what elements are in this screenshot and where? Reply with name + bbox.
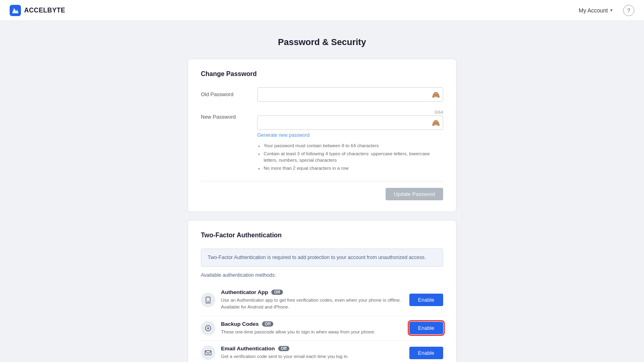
eye-off-icon: 🙈 <box>432 91 440 99</box>
email-auth-enable-button[interactable]: Enable <box>409 347 443 359</box>
new-password-input-wrap: 0/64 🙈 Generate new password Your passwo… <box>257 110 443 173</box>
email-auth-title-row: Email AuthenticationOff <box>221 346 404 352</box>
help-button[interactable]: ? <box>623 5 634 16</box>
old-password-container: 🙈 <box>257 87 443 102</box>
backup-codes-description: These one-time passcode allow you to sig… <box>221 329 404 335</box>
backup-codes-title-row: Backup CodesOff <box>221 321 404 327</box>
twofa-info-box: Two-Factor Authentication is required to… <box>201 249 443 267</box>
authenticator-app-status-badge: Off <box>271 290 283 295</box>
email-auth-status-badge: Off <box>278 346 289 351</box>
old-password-input[interactable] <box>257 87 443 102</box>
header: ACCELBYTE My Account ▼ ? <box>0 0 644 21</box>
new-password-toggle-btn[interactable]: 🙈 <box>432 119 440 127</box>
auth-method-row-backup-codes: Backup CodesOffThese one-time passcode a… <box>201 316 443 341</box>
authenticator-app-enable-button[interactable]: Enable <box>409 294 443 306</box>
page-title: Password & Security <box>188 37 456 47</box>
change-password-card: Change Password Old Password 🙈 New Passw… <box>188 59 456 212</box>
email-auth-name: Email Authentication <box>221 346 275 352</box>
email-auth-description: Get a verification code sent to your ema… <box>221 353 404 360</box>
logo-text: ACCELBYTE <box>24 7 65 14</box>
old-password-group: Old Password 🙈 <box>201 87 443 102</box>
backup-codes-status-badge: Off <box>262 321 273 327</box>
header-right: My Account ▼ ? <box>576 5 634 16</box>
accelbyte-logo-icon <box>10 5 21 16</box>
old-password-label: Old Password <box>201 87 257 97</box>
email-auth-info: Email AuthenticationOffGet a verificatio… <box>221 346 404 360</box>
two-factor-title: Two-Factor Authentication <box>201 232 443 239</box>
authenticator-app-name: Authenticator App <box>221 289 268 295</box>
svg-rect-4 <box>205 351 211 355</box>
divider <box>201 181 443 181</box>
authenticator-app-title-row: Authenticator AppOff <box>221 289 404 295</box>
backup-codes-enable-button[interactable]: Enable <box>409 322 443 334</box>
logo: ACCELBYTE <box>10 5 65 16</box>
password-rule-item: No more than 2 equal characters in a row <box>264 165 443 171</box>
new-password-container: 🙈 <box>257 115 443 130</box>
update-password-button[interactable]: Update Password <box>386 188 443 200</box>
old-password-input-wrap: 🙈 <box>257 87 443 102</box>
password-rule-item: Your password must contain between 8 to … <box>264 142 443 149</box>
email-auth-icon <box>201 346 215 360</box>
auth-methods-list: Authenticator AppOffUse an Authenticator… <box>201 284 443 362</box>
password-rules: Your password must contain between 8 to … <box>257 142 443 171</box>
my-account-button[interactable]: My Account ▼ <box>576 5 617 16</box>
backup-codes-icon <box>201 321 215 335</box>
backup-codes-info: Backup CodesOffThese one-time passcode a… <box>221 321 404 335</box>
my-account-label: My Account <box>579 7 608 14</box>
svg-point-2 <box>208 301 208 302</box>
old-password-toggle-btn[interactable]: 🙈 <box>432 91 440 99</box>
new-password-label: New Password <box>201 110 257 120</box>
new-password-input[interactable] <box>257 115 443 130</box>
help-icon: ? <box>627 7 630 14</box>
main-content: Password & Security Change Password Old … <box>181 21 463 362</box>
two-factor-card: Two-Factor Authentication Two-Factor Aut… <box>188 220 456 362</box>
auth-method-row-email-auth: Email AuthenticationOffGet a verificatio… <box>201 341 443 362</box>
eye-off-icon-2: 🙈 <box>432 119 440 127</box>
available-methods-label: Available authentication methods: <box>201 272 443 278</box>
new-password-group: New Password 0/64 🙈 Generate new passwor… <box>201 110 443 173</box>
backup-codes-name: Backup Codes <box>221 321 259 327</box>
change-password-title: Change Password <box>201 70 443 78</box>
chevron-down-icon: ▼ <box>609 8 613 12</box>
generate-password-link[interactable]: Generate new password <box>257 132 310 138</box>
password-rule-item: Contain at least 3 of following 4 types … <box>264 150 443 163</box>
update-btn-wrap: Update Password <box>201 188 443 200</box>
authenticator-app-icon <box>201 293 215 307</box>
char-count: 0/64 <box>257 110 443 115</box>
authenticator-app-description: Use an Authenticator app to get free ver… <box>221 297 404 311</box>
authenticator-app-info: Authenticator AppOffUse an Authenticator… <box>221 289 404 311</box>
auth-method-row-authenticator-app: Authenticator AppOffUse an Authenticator… <box>201 284 443 316</box>
